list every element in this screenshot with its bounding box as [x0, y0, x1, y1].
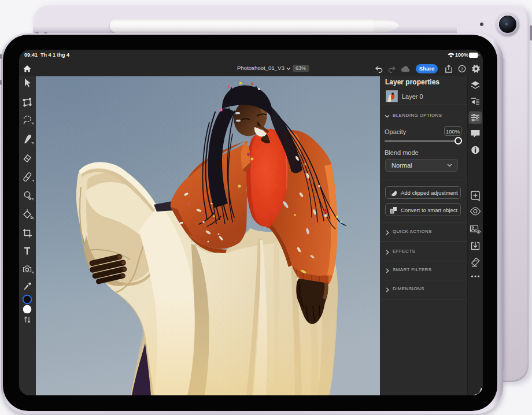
svg-text:?: ?	[461, 66, 464, 72]
